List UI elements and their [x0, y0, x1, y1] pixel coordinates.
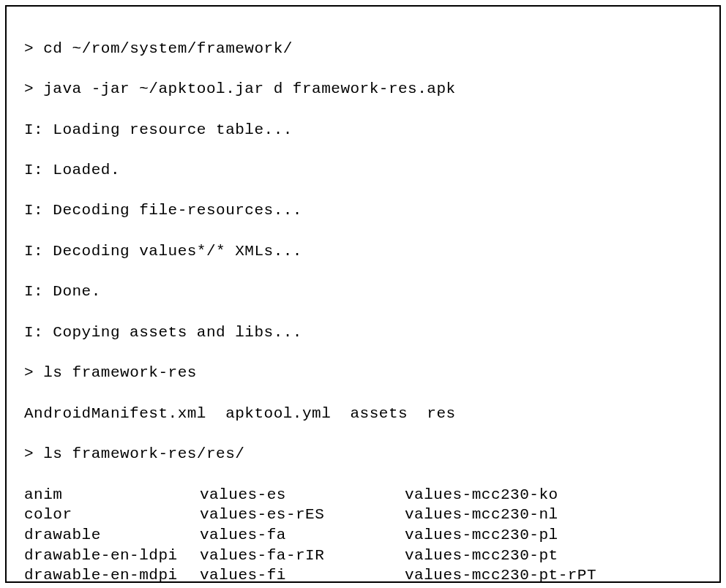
- prompt-symbol: >: [24, 445, 34, 462]
- command-line[interactable]: > java -jar ~/apktool.jar d framework-re…: [24, 79, 702, 99]
- list-item: color: [24, 505, 200, 525]
- output-line: I: Copying assets and libs...: [24, 323, 702, 343]
- list-item: values-mcc230-pt-rPT: [405, 565, 702, 583]
- list-item: values-mcc230-pt: [405, 546, 702, 566]
- list-item: anim: [24, 485, 200, 505]
- list-item: values-mcc230-nl: [405, 505, 702, 525]
- command-text: java -jar ~/apktool.jar d framework-res.…: [43, 80, 455, 97]
- ls-output: animvalues-esvalues-mcc230-kocolorvalues…: [24, 485, 702, 583]
- output-line: I: Done.: [24, 282, 702, 302]
- prompt-symbol: >: [24, 364, 34, 381]
- list-row: animvalues-esvalues-mcc230-ko: [24, 485, 702, 505]
- output-line: I: Loading resource table...: [24, 120, 702, 140]
- prompt-symbol: >: [24, 80, 34, 97]
- command-text: cd ~/rom/system/framework/: [43, 40, 293, 57]
- list-item: values-es-rES: [200, 505, 405, 525]
- command-text: ls framework-res/res/: [43, 445, 244, 462]
- command-line[interactable]: > ls framework-res/res/: [24, 444, 702, 464]
- command-line[interactable]: > cd ~/rom/system/framework/: [24, 39, 702, 59]
- command-text: ls framework-res: [43, 364, 197, 381]
- list-item: drawable-en-mdpi: [24, 565, 200, 583]
- command-line[interactable]: > ls framework-res: [24, 363, 702, 383]
- list-item: drawable: [24, 525, 200, 546]
- list-item: values-fa: [200, 525, 405, 546]
- list-item: values-es: [200, 485, 405, 505]
- list-item: values-mcc230-ko: [405, 485, 702, 505]
- output-line: AndroidManifest.xml apktool.yml assets r…: [24, 404, 702, 424]
- prompt-symbol: >: [24, 40, 34, 57]
- output-line: I: Decoding file-resources...: [24, 200, 702, 221]
- output-line: I: Decoding values*/* XMLs...: [24, 241, 702, 262]
- list-row: drawablevalues-favalues-mcc230-pl: [24, 525, 702, 546]
- list-item: values-mcc230-pl: [405, 525, 702, 546]
- list-item: drawable-en-ldpi: [24, 546, 200, 566]
- list-item: values-fi: [200, 565, 405, 583]
- output-line: I: Loaded.: [24, 160, 702, 181]
- list-row: drawable-en-mdpivalues-fivalues-mcc230-p…: [24, 565, 702, 583]
- terminal-output: > cd ~/rom/system/framework/ > java -jar…: [5, 5, 721, 583]
- list-item: values-fa-rIR: [200, 546, 405, 566]
- list-row: colorvalues-es-rESvalues-mcc230-nl: [24, 505, 702, 525]
- list-row: drawable-en-ldpivalues-fa-rIRvalues-mcc2…: [24, 546, 702, 566]
